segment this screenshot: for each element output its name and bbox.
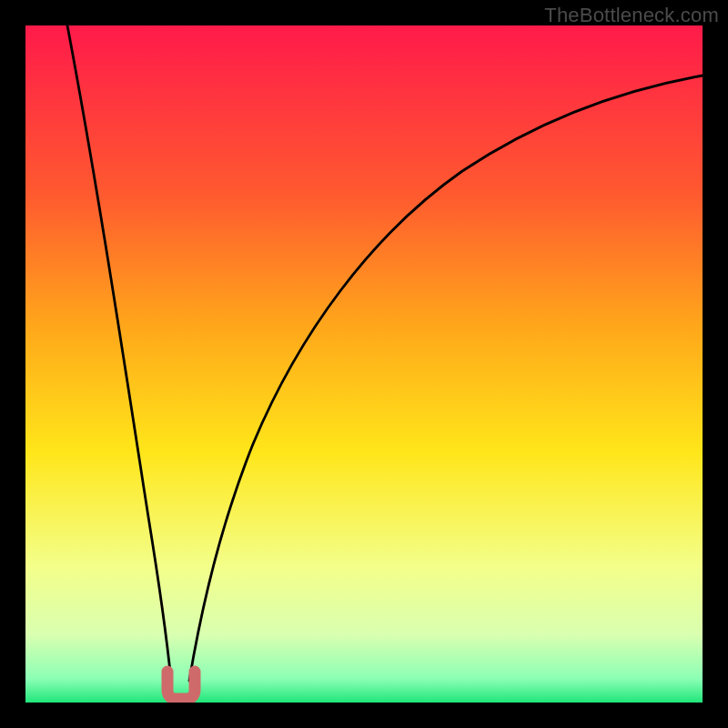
chart-plot-area [25, 25, 703, 703]
optimal-zone-u-marker [167, 672, 195, 699]
chart-curves-layer [25, 25, 703, 703]
watermark-text: TheBottleneck.com [544, 4, 719, 27]
bottleneck-curve-right [189, 76, 703, 681]
bottleneck-curve-left [67, 25, 171, 681]
